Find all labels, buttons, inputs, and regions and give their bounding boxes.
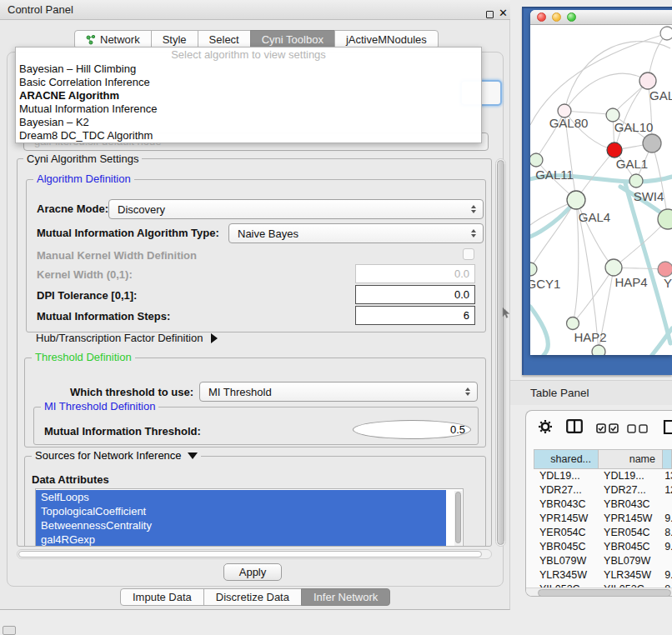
- node-gal4[interactable]: [567, 191, 585, 209]
- table-row[interactable]: YLR345WYLR345W9.: [534, 568, 672, 582]
- dropdown-item[interactable]: Bayesian – Hill Climbing: [16, 62, 481, 76]
- columns-icon[interactable]: [566, 419, 583, 433]
- hub-definition-label: Hub/Transcription Factor Definition: [36, 332, 203, 344]
- apply-button[interactable]: Apply: [223, 563, 282, 581]
- label-gal1: GAL1: [616, 157, 648, 171]
- node-gal11[interactable]: [530, 153, 543, 167]
- dropdown-item-selected[interactable]: ARACNE Algorithm: [16, 89, 481, 102]
- mi-threshold-definition-title: MI Threshold Definition: [41, 400, 158, 412]
- label-gal4: GAL4: [579, 210, 610, 224]
- node-swi4[interactable]: [658, 209, 672, 229]
- which-threshold-select[interactable]: MI Threshold: [199, 382, 478, 402]
- gear-icon[interactable]: [538, 419, 553, 434]
- table-row[interactable]: YBL079WYBL079W: [534, 554, 672, 568]
- column-header-shared[interactable]: shared...: [534, 449, 599, 469]
- dropdown-item[interactable]: Dream8 DC_TDC Algorithm: [16, 129, 481, 142]
- node-hap2[interactable]: [567, 318, 579, 330]
- select-all-icon[interactable]: [596, 423, 619, 433]
- table-horizontal-scrollbar[interactable]: [526, 588, 672, 597]
- collapsed-panel-button[interactable]: [3, 626, 16, 635]
- manual-kernel-width-checkbox[interactable]: [463, 248, 474, 260]
- table-row[interactable]: YER054CYER054C8.: [534, 526, 672, 540]
- tab-select-label: Select: [209, 33, 239, 46]
- network-canvas[interactable]: GAL GAL80 GAL10 GAL11 GAL1 GAL4 SWI4 HAP…: [530, 25, 672, 355]
- attribute-item[interactable]: gal4RGexp: [36, 532, 446, 547]
- stepper-arrows-icon: [471, 205, 476, 213]
- node-gal1[interactable]: [629, 174, 643, 188]
- stepper-arrows-icon: [471, 229, 476, 238]
- node-red-selected[interactable]: [607, 142, 622, 158]
- mi-steps-label: Mutual Information Steps:: [37, 310, 170, 322]
- dropdown-item[interactable]: Mutual Information Inference: [16, 102, 481, 116]
- mi-steps-field[interactable]: 6: [355, 306, 475, 325]
- sources-expander[interactable]: Sources for Network Inference: [32, 449, 201, 462]
- tab-discretize-data[interactable]: Discretize Data: [203, 588, 302, 606]
- kernel-width-label: Kernel Width (0,1):: [37, 268, 133, 281]
- table-row[interactable]: YBR045CYBR045C9.: [534, 540, 672, 554]
- node-gcy1[interactable]: [530, 262, 537, 276]
- network-node-labels: GAL GAL80 GAL10 GAL11 GAL1 GAL4 SWI4 HAP…: [530, 88, 672, 344]
- table-row[interactable]: YBR043CYBR043C: [534, 498, 672, 512]
- node-bottom[interactable]: [592, 345, 605, 355]
- network-window-titlebar[interactable]: [530, 10, 672, 25]
- cyni-settings-group: Algorithm Definition Aracne Mode: Discov…: [17, 158, 492, 547]
- tab-cyni-toolbox-label: Cyni Toolbox: [262, 33, 323, 46]
- node-gray[interactable]: [643, 134, 661, 152]
- table-panel-title: Table Panel: [530, 387, 589, 399]
- mi-algorithm-type-select[interactable]: Naive Bayes: [228, 223, 484, 243]
- tab-infer-network[interactable]: Infer Network: [301, 588, 390, 606]
- aracne-mode-label: Aracne Mode:: [37, 202, 108, 215]
- control-panel-titlebar: Control Panel ✕: [0, 0, 510, 20]
- node-unlabeled[interactable]: [660, 27, 672, 40]
- attribute-item[interactable]: BetweennessCentrality: [36, 518, 446, 532]
- mi-threshold-field[interactable]: 0.5: [353, 420, 471, 439]
- node-hap4[interactable]: [605, 259, 622, 276]
- column-header-name[interactable]: name: [598, 449, 663, 469]
- attribute-item[interactable]: TopologicalCoefficient: [36, 504, 446, 518]
- table-panel-window: shared... name YDL19...YDL19...13 YDR27.…: [525, 410, 672, 597]
- settings-vertical-scrollbar[interactable]: [495, 158, 506, 547]
- manual-kernel-width-label: Manual Kernel Width Definition: [37, 249, 197, 262]
- hub-definition-expander[interactable]: Hub/Transcription Factor Definition: [36, 332, 218, 344]
- collapse-down-icon: [188, 452, 198, 459]
- table-row[interactable]: YDR27...YDR27...12: [534, 483, 672, 498]
- attributes-scrollbar[interactable]: [454, 491, 462, 546]
- label-y-partial: Y: [664, 276, 672, 290]
- close-traffic-light[interactable]: [537, 12, 546, 22]
- dropdown-item[interactable]: Bayesian – K2: [16, 116, 481, 129]
- kernel-width-field[interactable]: 0.0: [355, 264, 475, 283]
- mi-algorithm-type-value: Naive Bayes: [229, 228, 471, 240]
- tab-style-label: Style: [163, 33, 187, 46]
- table-row[interactable]: YPR145WYPR145W9.: [534, 512, 672, 526]
- attribute-item[interactable]: SelfLoops: [36, 490, 446, 504]
- label-swi4: SWI4: [634, 189, 664, 203]
- network-view-window: GAL GAL80 GAL10 GAL11 GAL1 GAL4 SWI4 HAP…: [530, 10, 672, 355]
- dpi-tolerance-label: DPI Tolerance [0,1]:: [37, 289, 137, 302]
- export-table-icon[interactable]: [663, 419, 672, 435]
- close-icon[interactable]: ✕: [499, 7, 508, 19]
- tab-network-label: Network: [100, 33, 140, 46]
- label-hap4: HAP4: [614, 275, 647, 289]
- mi-algorithm-type-label: Mutual Information Algorithm Type:: [37, 227, 219, 239]
- algorithm-definition-group: Algorithm Definition Aracne Mode: Discov…: [26, 179, 486, 332]
- mouse-cursor: [502, 308, 510, 318]
- float-window-icon[interactable]: [486, 11, 494, 18]
- dpi-tolerance-field[interactable]: 0.0: [355, 285, 475, 304]
- bottom-tabbar: Impute Data Discretize Data Infer Networ…: [121, 588, 390, 606]
- node-gal-partial[interactable]: [639, 72, 656, 89]
- node-pink[interactable]: [658, 262, 672, 277]
- data-attributes-label: Data Attributes: [32, 473, 109, 486]
- deselect-all-icon[interactable]: [627, 424, 649, 433]
- tab-impute-data[interactable]: Impute Data: [120, 588, 204, 606]
- table-row[interactable]: YDL19...YDL19...13: [534, 469, 672, 483]
- aracne-mode-select[interactable]: Discovery: [108, 199, 484, 219]
- settings-horizontal-scrollbar[interactable]: [17, 549, 492, 559]
- zoom-traffic-light[interactable]: [567, 12, 576, 22]
- column-header-partial[interactable]: [662, 449, 672, 469]
- minimize-traffic-light[interactable]: [552, 12, 561, 22]
- algorithm-dropdown-list: Select algorithm to view settings Bayesi…: [15, 47, 482, 143]
- aracne-mode-value: Discovery: [109, 203, 471, 216]
- table-body: YDL19...YDL19...13 YDR27...YDR27...12 YB…: [534, 469, 672, 588]
- dropdown-item[interactable]: Basic Correlation Inference: [16, 76, 481, 89]
- dropdown-prompt: Select algorithm to view settings: [16, 48, 481, 62]
